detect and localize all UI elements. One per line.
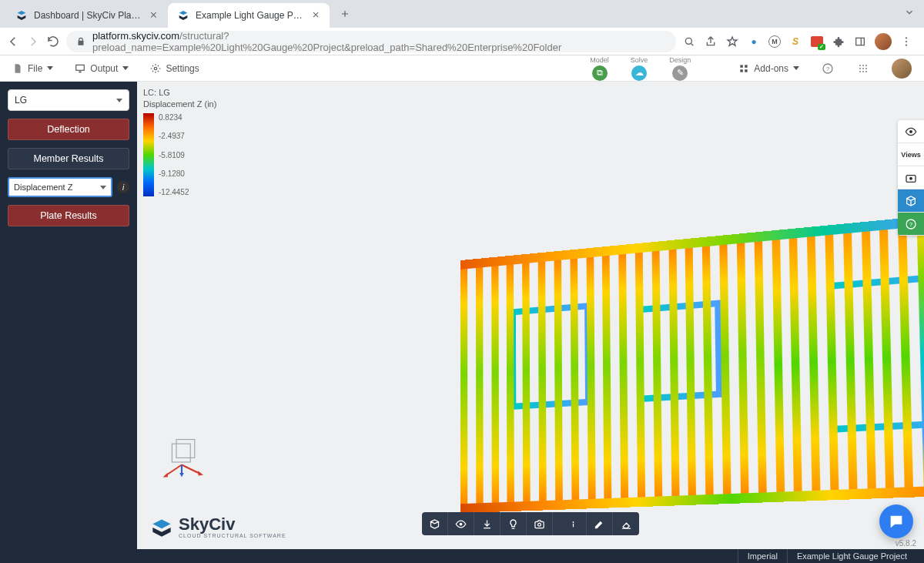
tabs-chevron-icon[interactable] (904, 7, 915, 21)
displacement-select[interactable]: Displacement Z (8, 177, 112, 197)
svg-point-6 (155, 67, 158, 70)
legend-gradient (143, 113, 154, 196)
grid-icon (738, 63, 749, 74)
apps-icon[interactable] (856, 62, 870, 75)
file-menu[interactable]: File (12, 63, 53, 74)
extensions-icon[interactable] (832, 35, 845, 49)
share-icon[interactable] (704, 35, 718, 49)
app-toolbar: File Output Settings Model⧉ Solve☁ Desig… (0, 55, 924, 82)
results-sidebar: LG Deflection Member Results Displacemen… (0, 82, 137, 549)
browser-chrome: Dashboard | SkyCiv Platform Example Ligh… (0, 0, 924, 55)
svg-point-20 (862, 70, 864, 72)
info-icon[interactable]: i (117, 181, 129, 193)
svg-point-17 (862, 67, 864, 69)
address-actions: ● M S ✓ (682, 33, 918, 50)
svg-point-37 (909, 176, 912, 179)
view-wireframe-button[interactable] (422, 512, 448, 535)
svg-rect-9 (741, 69, 744, 72)
file-icon (12, 63, 23, 74)
view-visibility-button[interactable] (448, 512, 474, 535)
view-download-button[interactable] (474, 512, 500, 535)
close-icon[interactable] (311, 10, 320, 21)
rt-views-button[interactable]: Views (898, 143, 924, 166)
svg-rect-1 (856, 38, 865, 45)
settings-menu[interactable]: Settings (150, 63, 199, 74)
svg-point-14 (862, 64, 864, 65)
legend-lc: LC: LG (143, 88, 216, 97)
svg-point-15 (865, 64, 867, 65)
view-erase-button[interactable] (613, 512, 639, 535)
view-edit-button[interactable] (587, 512, 613, 535)
plate-results-button[interactable]: Plate Results (8, 205, 129, 226)
svg-point-4 (906, 44, 907, 45)
status-project[interactable]: Example Light Gauge Project (787, 549, 916, 563)
profile-avatar[interactable] (875, 33, 892, 50)
ext-checker-icon[interactable]: ✓ (810, 35, 824, 49)
forward-button[interactable] (26, 35, 40, 49)
help-icon[interactable]: ? (821, 62, 835, 75)
load-case-select[interactable]: LG (8, 89, 129, 111)
right-toolbar: Views ? (898, 120, 924, 236)
ext-s-icon[interactable]: S (788, 35, 802, 49)
version-label: v5.8.2 (896, 539, 916, 548)
rt-help-button[interactable]: ? (898, 213, 924, 236)
svg-point-35 (909, 130, 912, 133)
skyciv-logo: SkyCiv CLOUD STRUCTURAL SOFTWARE (151, 516, 286, 538)
svg-rect-7 (741, 65, 744, 68)
mode-model[interactable]: Model⧉ (590, 56, 609, 81)
ext-cloud-icon[interactable]: ● (747, 35, 761, 49)
user-avatar[interactable] (892, 59, 912, 79)
svg-point-21 (865, 70, 867, 72)
svg-line-26 (182, 465, 201, 474)
search-icon[interactable] (682, 35, 696, 49)
svg-text:?: ? (826, 65, 830, 72)
rt-camera-button[interactable] (898, 166, 924, 189)
svg-point-33 (573, 521, 574, 523)
menu-dots-icon[interactable] (899, 35, 913, 49)
back-button[interactable] (6, 35, 20, 49)
ext-m-icon[interactable]: M (768, 35, 781, 48)
view-bulb-button[interactable] (500, 512, 527, 535)
member-results-button[interactable]: Member Results (8, 148, 129, 169)
view-toolbar (422, 512, 639, 535)
browser-tab-dashboard[interactable]: Dashboard | SkyCiv Platform (6, 3, 168, 28)
sidepanel-icon[interactable] (853, 35, 867, 49)
tab-strip: Dashboard | SkyCiv Platform Example Ligh… (0, 0, 924, 28)
deflection-button[interactable]: Deflection (8, 119, 129, 140)
model-canvas[interactable]: LC: LG Displacement Z (in) 0.8234 -2.493… (137, 82, 924, 549)
view-camera-button[interactable] (527, 512, 553, 535)
mode-design[interactable]: Design✎ (669, 56, 691, 81)
addons-menu[interactable]: Add-ons (738, 63, 799, 74)
monitor-icon (75, 63, 85, 74)
new-tab-button[interactable] (334, 3, 356, 25)
mode-solve[interactable]: Solve☁ (631, 56, 648, 81)
color-legend: LC: LG Displacement Z (in) 0.8234 -2.493… (143, 88, 216, 196)
svg-rect-8 (745, 65, 748, 68)
svg-rect-5 (76, 65, 85, 70)
bookmark-star-icon[interactable] (725, 35, 739, 49)
status-bar: Imperial Example Light Gauge Project (0, 549, 924, 563)
reload-button[interactable] (46, 35, 60, 49)
view-info-button[interactable] (561, 512, 587, 535)
close-icon[interactable] (149, 10, 159, 21)
legend-ticks: 0.8234 -2.4937 -5.8109 -9.1280 -12.4452 (159, 113, 189, 196)
chat-support-button[interactable] (879, 504, 913, 538)
axis-triad-icon (160, 434, 214, 480)
rt-eye-button[interactable] (898, 120, 924, 143)
gear-icon (150, 63, 161, 74)
browser-tab-project[interactable]: Example Light Gauge Project | (168, 3, 330, 28)
svg-marker-29 (179, 473, 184, 478)
svg-point-19 (859, 70, 861, 72)
lock-icon (75, 36, 86, 47)
address-bar[interactable]: platform.skyciv.com/structural?preload_n… (66, 31, 676, 52)
status-units[interactable]: Imperial (738, 549, 787, 563)
svg-rect-10 (745, 69, 748, 72)
svg-rect-31 (535, 521, 544, 528)
url-text: platform.skyciv.com/structural?preload_n… (92, 30, 667, 53)
rt-cube-button[interactable] (898, 189, 924, 213)
svg-line-24 (166, 465, 182, 476)
address-row: platform.skyciv.com/structural?preload_n… (0, 28, 924, 55)
svg-point-3 (906, 40, 907, 42)
svg-point-2 (906, 37, 907, 39)
output-menu[interactable]: Output (75, 63, 129, 74)
